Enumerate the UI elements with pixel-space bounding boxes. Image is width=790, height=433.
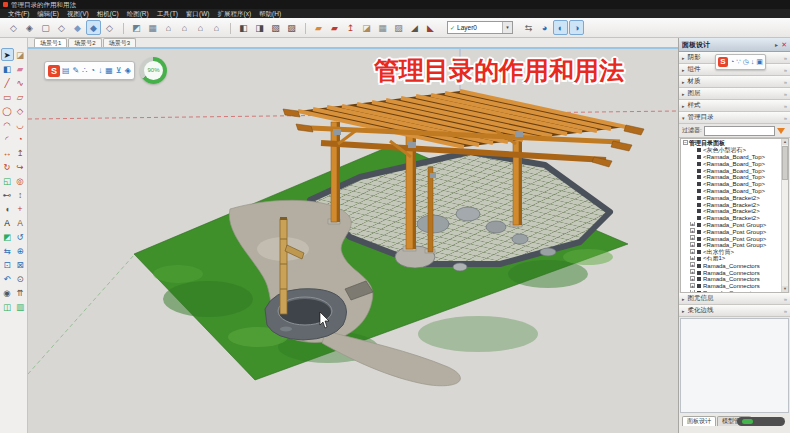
outliner-item[interactable]: Ramada_Connectors: [683, 262, 780, 269]
outliner-item[interactable]: <Ramada_Post Group>: [683, 228, 780, 235]
back-edges-style-button[interactable]: ◈: [22, 20, 37, 35]
plugin-button-5[interactable]: ▦: [375, 20, 390, 35]
rectangle-tool[interactable]: ▭: [1, 90, 14, 103]
outliner-item[interactable]: <Ramada_Post Group>: [683, 222, 780, 229]
outliner-item[interactable]: <Ramada_Bracket2>: [683, 208, 780, 215]
outliner-item[interactable]: <Ramada_Post Group>: [683, 242, 780, 249]
outliner-item[interactable]: Ramada_Connectors: [683, 269, 780, 276]
tray-tab[interactable]: 面板设计: [682, 416, 716, 426]
expand-toggle[interactable]: [690, 168, 696, 173]
tape-measure-tool[interactable]: ⊷: [1, 188, 14, 201]
menu-item[interactable]: 编辑(E): [33, 9, 63, 18]
plugin-button-6[interactable]: ▨: [391, 20, 406, 35]
outliner-item[interactable]: Ramada_Connectors: [683, 290, 780, 293]
text-tool[interactable]: A: [1, 216, 14, 229]
suapp-tool-icon-4[interactable]: ◔: [90, 63, 95, 78]
plugin-button-3[interactable]: ↥: [343, 20, 358, 35]
outliner-item[interactable]: <石磨1>: [683, 256, 780, 263]
walk-tool[interactable]: ⇈: [14, 286, 27, 299]
expand-toggle[interactable]: [690, 229, 696, 234]
section-rollup-icon[interactable]: »: [784, 55, 787, 61]
section-rollup-icon[interactable]: »: [784, 103, 787, 109]
expand-toggle[interactable]: [690, 256, 696, 261]
section-rollup-icon[interactable]: »: [784, 115, 787, 121]
tray-section[interactable]: ▸ 样式 »: [679, 100, 790, 112]
outliner-item[interactable]: <Ramada_Board_Top>: [683, 167, 780, 174]
tray-section[interactable]: ▸ 柔化边线 »: [679, 305, 790, 317]
shadow-toggle-button[interactable]: ◨: [252, 20, 267, 35]
pie-tool[interactable]: ◔: [14, 132, 27, 145]
protractor-tool[interactable]: ◖: [1, 202, 14, 215]
suapp-logo[interactable]: S: [718, 57, 728, 67]
freehand-tool[interactable]: ∿: [14, 76, 27, 89]
offset-tool[interactable]: ◎: [14, 174, 27, 187]
outliner-item[interactable]: <Ramada_Board_Top>: [683, 160, 780, 167]
zoom-extents-tool[interactable]: ⊠: [14, 258, 27, 271]
zoom-nav-button[interactable]: ◑: [569, 20, 584, 35]
expand-toggle[interactable]: [690, 263, 696, 268]
suapp-mini-icon-5[interactable]: ▣: [756, 56, 763, 68]
expand-toggle[interactable]: [690, 148, 696, 153]
section-rollup-icon[interactable]: »: [784, 91, 787, 97]
layer-combo[interactable]: ✓ Layer0 ▾: [447, 21, 513, 34]
wireframe-style-button[interactable]: ▢: [38, 20, 53, 35]
menu-item[interactable]: 相机(C): [93, 9, 123, 18]
expand-toggle[interactable]: [690, 161, 696, 166]
expand-toggle[interactable]: [690, 154, 696, 159]
expand-toggle[interactable]: [683, 141, 689, 146]
fog-button[interactable]: ▧: [268, 20, 283, 35]
section-rollup-icon[interactable]: »: [784, 296, 787, 302]
expand-toggle[interactable]: [690, 195, 696, 200]
outliner-root[interactable]: 管理目录面板: [683, 140, 780, 147]
front-view-button[interactable]: ⌂: [161, 20, 176, 35]
suapp-mini-icon-1[interactable]: ◔: [730, 56, 734, 68]
scroll-thumb[interactable]: [782, 146, 788, 180]
combo-dropdown-icon[interactable]: ▾: [502, 22, 512, 33]
menu-item[interactable]: 文件(F): [4, 9, 33, 18]
xray-style-button[interactable]: ◇: [6, 20, 21, 35]
tray-section-outliner[interactable]: ▾ 管理目录 »: [679, 112, 790, 124]
right-view-button[interactable]: ⌂: [209, 20, 224, 35]
menu-item[interactable]: 帮助(H): [255, 9, 285, 18]
tree-scrollbar[interactable]: ▲ ▼: [781, 139, 788, 292]
position-camera-tool[interactable]: ⊙: [14, 272, 27, 285]
shadow-dialog-button[interactable]: ◧: [236, 20, 251, 35]
suapp-tool-icon-5[interactable]: ↓: [98, 63, 102, 78]
expand-toggle[interactable]: [690, 270, 696, 275]
scale-tool[interactable]: ◱: [1, 174, 14, 187]
previous-next-button[interactable]: ⇆: [521, 20, 536, 35]
close-icon[interactable]: ✕: [781, 41, 787, 49]
video-progress-pill[interactable]: [737, 417, 785, 426]
section-rollup-icon[interactable]: »: [784, 308, 787, 314]
menu-item[interactable]: 工具(T): [153, 9, 182, 18]
outliner-item[interactable]: <Ramada_Board_Top>: [683, 174, 780, 181]
model-viewport[interactable]: 管理目录的作用和用法 S ▤✎∴◔↓▦⊻◈ 90%: [28, 49, 678, 433]
scroll-up-icon[interactable]: ▲: [782, 139, 788, 145]
paint-bucket-tool[interactable]: ◧: [1, 62, 14, 75]
expand-toggle[interactable]: [690, 250, 696, 255]
section-display-button[interactable]: ▨: [284, 20, 299, 35]
move-tool[interactable]: ↔: [1, 146, 14, 159]
suapp-tool-icon-1[interactable]: ▤: [62, 63, 70, 78]
section-rollup-icon[interactable]: »: [784, 79, 787, 85]
expand-toggle[interactable]: [690, 202, 696, 207]
outliner-item[interactable]: <Ramada_Board_Top>: [683, 181, 780, 188]
polygon-tool[interactable]: ◇: [14, 104, 27, 117]
3d-text-tool[interactable]: A: [14, 216, 27, 229]
shaded-style-button[interactable]: ◆: [70, 20, 85, 35]
rotated-rectangle-tool[interactable]: ▱: [14, 90, 27, 103]
select-tool[interactable]: ➤: [1, 48, 14, 61]
top-view-button[interactable]: ▦: [145, 20, 160, 35]
section-rollup-icon[interactable]: »: [784, 67, 787, 73]
make-component-tool[interactable]: ◪: [14, 48, 27, 61]
follow-me-tool[interactable]: ↪: [14, 160, 27, 173]
textured-style-button[interactable]: ◆: [86, 20, 101, 35]
expand-toggle[interactable]: [690, 284, 696, 289]
section-fill-tool[interactable]: ◫: [1, 300, 14, 313]
expand-toggle[interactable]: [690, 236, 696, 241]
circle-tool[interactable]: ◯: [1, 104, 14, 117]
zoom-window-tool[interactable]: ⊡: [1, 258, 14, 271]
outliner-item[interactable]: Ramada_Connectors: [683, 283, 780, 290]
line-tool[interactable]: ╱: [1, 76, 14, 89]
suapp-mini-icon-2[interactable]: ∵: [736, 56, 740, 68]
